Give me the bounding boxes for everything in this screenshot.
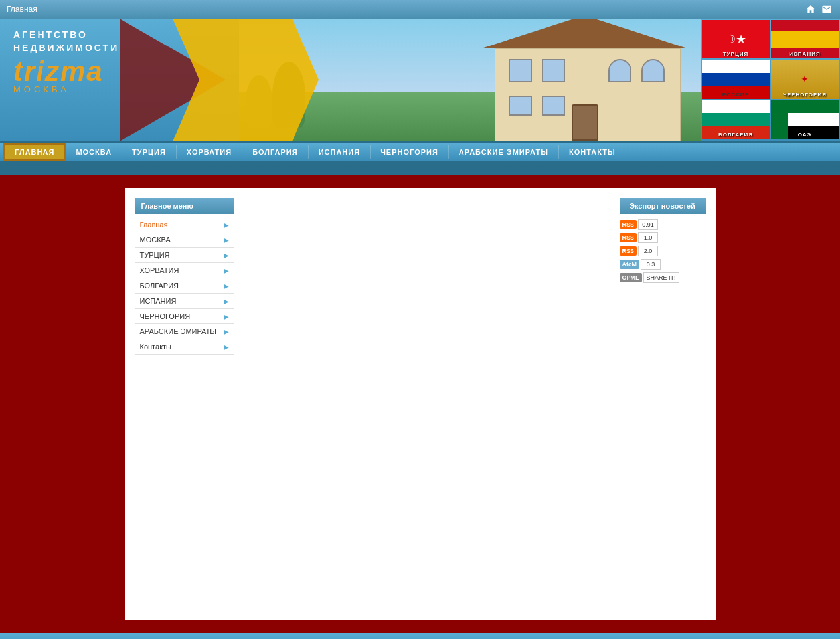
footer: Студия веб-дизайна Art Venture: [0, 633, 840, 639]
nav-item-bulgaria[interactable]: БОЛГАРИЯ: [242, 145, 309, 159]
rss-label: RSS: [620, 233, 637, 242]
sidebar-arrow: ▶: [224, 328, 229, 335]
sidebar-item-moscow[interactable]: МОСКВА ▶: [135, 232, 234, 248]
navigation: ГЛАВНАЯ МОСКВА ТУРЦИЯ ХОРВАТИЯ БОЛГАРИЯ …: [0, 141, 840, 161]
nav-item-moscow[interactable]: МОСКВА: [66, 145, 122, 159]
main-content: Главное меню Главная ▶ МОСКВА ▶ ТУРЦИЯ ▶…: [125, 175, 716, 633]
sidebar-item-label: ЧЕРНОГОРИЯ: [140, 312, 191, 320]
flag-bulgaria[interactable]: БОЛГАРИЯ: [702, 100, 770, 139]
opml-label: OPML: [620, 273, 642, 282]
rss-20-button[interactable]: RSS 2.0: [620, 246, 706, 256]
flag-uae[interactable]: ОАЭ: [771, 100, 839, 139]
flag-russia-label: РОССИЯ: [702, 92, 770, 98]
feed-version: 0.91: [638, 219, 658, 230]
sidebar-header: Главное меню: [135, 198, 234, 214]
top-bar-title: Главная: [7, 5, 37, 14]
flag-turkey-label: ТУРЦИЯ: [702, 51, 770, 57]
sidebar-arrow: ▶: [224, 298, 229, 305]
logo-area: АГЕНТСТВО НЕДВИЖИМОСТИ trizma МОСКВА: [0, 19, 239, 141]
sidebar-arrow: ▶: [224, 282, 229, 290]
sidebar-item-label: БОЛГАРИЯ: [140, 282, 179, 290]
sidebar-item-label: ТУРЦИЯ: [140, 251, 170, 259]
sidebar-arrow: ▶: [224, 343, 229, 351]
rss-10-button[interactable]: RSS 1.0: [620, 232, 706, 243]
email-icon[interactable]: [820, 3, 833, 15]
flag-uae-label: ОАЭ: [771, 132, 839, 137]
feed-version: SHARE IT!: [643, 272, 679, 283]
sidebar-arrow: ▶: [224, 313, 229, 320]
nav-item-turkey[interactable]: ТУРЦИЯ: [122, 145, 177, 159]
feed-version: 1.0: [638, 232, 658, 243]
sidebar-item-label: ИСПАНИЯ: [140, 297, 177, 305]
sidebar-item-turkey[interactable]: ТУРЦИЯ ▶: [135, 248, 234, 263]
rss-091-button[interactable]: RSS 0.91: [620, 219, 706, 230]
feed-version: 2.0: [638, 246, 658, 256]
home-icon[interactable]: [804, 3, 817, 15]
sidebar-item-label: Главная: [140, 221, 168, 228]
sidebar-item-montenegro[interactable]: ЧЕРНОГОРИЯ ▶: [135, 309, 234, 324]
sidebar-arrow: ▶: [224, 236, 229, 244]
rss-label: RSS: [620, 220, 637, 229]
flag-russia[interactable]: РОССИЯ: [702, 60, 770, 98]
sidebar-arrow: ▶: [224, 252, 229, 259]
nav-item-montenegro[interactable]: ЧЕРНОГОРИЯ: [371, 145, 449, 159]
right-panel: Экспорт новостей RSS 0.91 RSS 1.0 RSS 2.…: [620, 198, 706, 610]
divider: [0, 161, 840, 175]
flags-area: ☽★ ТУРЦИЯ ИСПАНИЯ РОССИЯ ✦: [701, 19, 840, 141]
nav-item-home[interactable]: ГЛАВНАЯ: [3, 143, 66, 161]
flag-spain[interactable]: ИСПАНИЯ: [771, 20, 839, 58]
nav-item-spain[interactable]: ИСПАНИЯ: [309, 145, 371, 159]
sidebar-item-label: Контакты: [140, 343, 172, 351]
sidebar-item-bulgaria[interactable]: БОЛГАРИЯ ▶: [135, 278, 234, 294]
top-bar-icons: [804, 3, 833, 15]
header: АГЕНТСТВО НЕДВИЖИМОСТИ trizma МОСКВА: [0, 19, 840, 141]
center-content: [244, 198, 610, 610]
city-name: МОСКВА: [13, 84, 226, 94]
sidebar-item-home[interactable]: Главная ▶: [135, 217, 234, 232]
sidebar-item-label: АРАБСКИЕ ЭМИРАТЫ: [140, 327, 217, 335]
flag-turkey[interactable]: ☽★ ТУРЦИЯ: [702, 20, 770, 58]
nav-item-contacts[interactable]: КОНТАКТЫ: [559, 145, 626, 159]
flag-bulgaria-label: БОЛГАРИЯ: [702, 132, 770, 137]
nav-item-croatia[interactable]: ХОРВАТИЯ: [177, 145, 242, 159]
agency-text: АГЕНТСТВО НЕДВИЖИМОСТИ: [13, 29, 226, 54]
sidebar-item-uae[interactable]: АРАБСКИЕ ЭМИРАТЫ ▶: [135, 324, 234, 339]
top-bar: Главная: [0, 0, 840, 19]
sidebar-arrow: ▶: [224, 221, 229, 228]
sidebar-item-label: МОСКВА: [140, 236, 171, 244]
sidebar-arrow: ▶: [224, 267, 229, 274]
export-header: Экспорт новостей: [620, 198, 706, 214]
atom-label: AtoM: [620, 260, 640, 269]
sidebar: Главное меню Главная ▶ МОСКВА ▶ ТУРЦИЯ ▶…: [135, 198, 234, 610]
sidebar-item-contacts[interactable]: Контакты ▶: [135, 339, 234, 355]
rss-label: RSS: [620, 246, 637, 256]
brand-name: trizma: [13, 56, 226, 88]
flag-spain-label: ИСПАНИЯ: [771, 51, 839, 57]
sidebar-item-label: ХОРВАТИЯ: [140, 266, 179, 274]
sidebar-item-croatia[interactable]: ХОРВАТИЯ ▶: [135, 263, 234, 278]
feed-version: 0.3: [641, 259, 661, 270]
opml-button[interactable]: OPML SHARE IT!: [620, 272, 706, 283]
flag-montenegro-label: ЧЕРНОГОРИЯ: [771, 92, 839, 98]
nav-item-uae[interactable]: АРАБСКИЕ ЭМИРАТЫ: [449, 145, 559, 159]
content-inner: Главное меню Главная ▶ МОСКВА ▶ ТУРЦИЯ ▶…: [125, 188, 716, 620]
flag-montenegro[interactable]: ✦ ЧЕРНОГОРИЯ: [771, 60, 839, 98]
sidebar-item-spain[interactable]: ИСПАНИЯ ▶: [135, 294, 234, 309]
atom-button[interactable]: AtoM 0.3: [620, 259, 706, 270]
